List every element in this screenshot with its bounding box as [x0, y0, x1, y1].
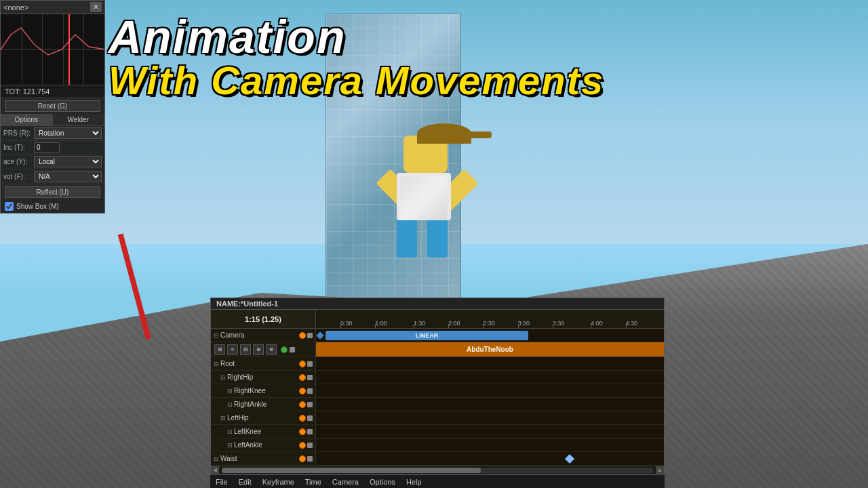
tab-welder[interactable]: Welder [53, 114, 105, 125]
track-dot-camera [299, 332, 306, 339]
icon-btn-2[interactable]: ≡ [227, 344, 238, 355]
track-timeline-righthip[interactable] [316, 371, 664, 384]
expand-icon-rightankle[interactable]: ⊟ [227, 401, 233, 408]
space-label: ace (Y): [3, 158, 34, 165]
track-timeline-rightankle[interactable] [316, 398, 664, 411]
track-name-leftankle: LeftAnkle [234, 441, 262, 449]
ruler-tick-200 [448, 324, 449, 328]
ruler-tick-430 [626, 324, 627, 328]
track-timeline-rightknee[interactable] [316, 384, 664, 397]
expand-icon-lefthip[interactable]: ⊟ [220, 415, 226, 422]
menu-help[interactable]: Help [401, 475, 427, 488]
show-box-checkbox[interactable] [5, 202, 14, 211]
track-timeline-camera[interactable]: LINEAR [316, 329, 664, 342]
menu-options[interactable]: Options [364, 475, 401, 488]
ruler-mark-400: 4:00 [591, 320, 603, 327]
scroll-left-arrow[interactable]: ◀ [211, 466, 219, 474]
timeline-header: 1:15 (1.25) 0:301:001:302:002:303:003:30… [211, 310, 664, 329]
expand-icon-camera[interactable]: ⊟ [214, 332, 219, 339]
panel-title-text: <none> [3, 3, 28, 12]
track-row-rightknee: ⊟ RightKnee [211, 384, 664, 398]
track-dot-lefthip [299, 415, 306, 422]
scroll-up-arrow[interactable]: ▲ [656, 466, 664, 474]
track-timeline-abduthanoob[interactable]: AbduTheNoob [316, 342, 664, 357]
ruler-tick-230 [483, 324, 484, 328]
icon-btn-1[interactable]: ⊞ [214, 344, 225, 355]
track-timeline-root[interactable] [316, 357, 664, 370]
track-name-rightknee: RightKnee [234, 387, 266, 394]
ruler-tick-400 [591, 324, 591, 328]
char-head [403, 136, 448, 173]
char-hat-brim [424, 131, 492, 138]
icon-btn-3[interactable]: ⊟ [240, 344, 251, 355]
char-hat [417, 123, 471, 144]
inc-input[interactable] [34, 142, 60, 152]
space-select[interactable]: Local World [34, 156, 102, 167]
char-leg-left [397, 220, 417, 258]
menu-time[interactable]: Time [300, 475, 327, 488]
menu-keyframe[interactable]: Keyframe [257, 475, 300, 488]
menu-file[interactable]: File [210, 475, 233, 488]
abduthanoob-label: AbduTheNoob [316, 342, 664, 357]
menu-camera[interactable]: Camera [327, 475, 364, 488]
ruler-tick-330 [553, 324, 553, 328]
track-name-root: Root [220, 360, 235, 367]
scrollbar-track[interactable] [222, 468, 653, 473]
track-timeline-leftankle[interactable] [316, 439, 664, 451]
track-timeline-waist[interactable] [316, 452, 664, 465]
reset-button[interactable]: Reset (G) [5, 100, 100, 112]
track-row-lefthip: ⊟ LeftHip [211, 411, 664, 425]
expand-icon-leftankle[interactable]: ⊟ [227, 442, 233, 449]
reflect-button[interactable]: Reflect (U) [5, 186, 100, 198]
track-name-rightankle: RightAnkle [234, 401, 267, 408]
track-name-camera: Camera [220, 331, 245, 339]
anim-header: NAME:*Untitled-1 [211, 298, 664, 310]
track-timeline-leftknee[interactable] [316, 425, 664, 438]
waist-keyframe[interactable] [565, 454, 574, 464]
track-lock-waist [307, 456, 313, 462]
expand-icon-waist[interactable]: ⊟ [214, 455, 219, 462]
track-label-camera: ⊟ Camera [211, 329, 316, 342]
track-lock-camera [307, 333, 313, 338]
camera-diamond-start [316, 331, 323, 339]
timeline-ruler[interactable]: 0:301:001:302:002:303:003:304:004:30 [316, 310, 664, 328]
pivot-select[interactable]: N/A [34, 171, 102, 182]
track-label-lefthip: ⊟ LeftHip [211, 411, 316, 424]
track-name-waist: Waist [220, 455, 237, 462]
icon-btn-5[interactable]: ⊗ [266, 344, 277, 355]
show-box-label[interactable]: Show Box (M) [16, 203, 59, 210]
menu-edit[interactable]: Edit [233, 475, 257, 488]
track-timeline-lefthip[interactable] [316, 411, 664, 424]
track-dot-waist [299, 455, 306, 462]
prs-select[interactable]: Rotation Position Scale [34, 127, 102, 139]
ruler-tick-130 [414, 324, 414, 328]
expand-icon-root[interactable]: ⊟ [214, 361, 219, 367]
track-label-rightknee: ⊟ RightKnee [211, 384, 316, 397]
track-row-leftknee: ⊟ LeftKnee [211, 425, 664, 439]
track-label-leftankle: ⊟ LeftAnkle [211, 439, 316, 451]
scrollbar-thumb[interactable] [222, 468, 481, 473]
icon-btn-4[interactable]: ⊕ [253, 344, 264, 355]
ruler-tick-100 [375, 324, 376, 328]
track-label-rightankle: ⊟ RightAnkle [211, 398, 316, 411]
anim-name: NAME:*Untitled-1 [216, 300, 278, 308]
ruler-mark-030: 0:30 [340, 320, 353, 327]
expand-icon-righthip[interactable]: ⊟ [220, 374, 226, 381]
char-torso-design [400, 176, 448, 220]
track-row-root: ⊟ Root [211, 357, 664, 371]
ruler-tick-300 [518, 324, 519, 328]
track-list: ⊟ Camera LINEAR ⊞ ≡ ⊟ ⊕ ⊗ [211, 329, 664, 466]
expand-icon-leftknee[interactable]: ⊟ [227, 428, 233, 435]
track-row-icons: ⊞ ≡ ⊟ ⊕ ⊗ AbduTheNoob [211, 342, 664, 357]
inc-row: Inc (T): [1, 141, 104, 155]
expand-icon-rightknee[interactable]: ⊟ [227, 388, 233, 394]
graph-area [1, 14, 104, 85]
panel-close-button[interactable]: ✕ [90, 2, 102, 12]
timeline-scrollbar[interactable]: ◀ ▲ [211, 466, 664, 474]
track-name-lefthip: LeftHip [227, 414, 249, 422]
tab-options[interactable]: Options [1, 114, 53, 125]
camera-track-bar[interactable]: LINEAR [326, 331, 528, 340]
ruler-mark-430: 4:30 [626, 320, 638, 327]
track-lock-lefthip [307, 415, 313, 421]
track-dot-leftankle [299, 442, 306, 449]
